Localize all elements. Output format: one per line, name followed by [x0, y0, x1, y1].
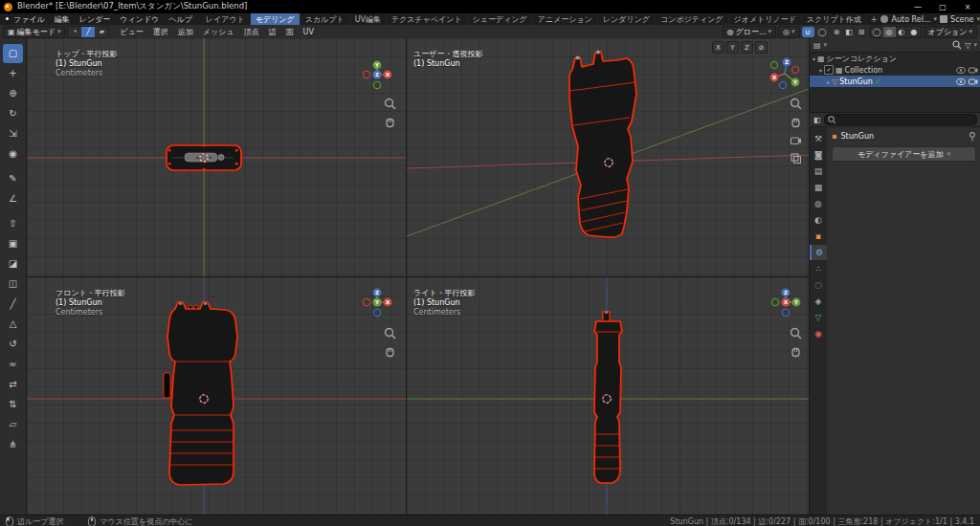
- tab-physics[interactable]: ◌: [810, 277, 827, 293]
- tab-tool[interactable]: ⚒: [810, 131, 827, 146]
- disable-render-camera-icon[interactable]: [969, 66, 978, 74]
- tool-shear[interactable]: ▱: [3, 415, 23, 434]
- navigation-gizmo[interactable]: Z X Y: [360, 285, 394, 319]
- mode-dropdown[interactable]: ▣ 編集モード ▾: [3, 26, 65, 38]
- pan-hand-icon[interactable]: [790, 345, 802, 358]
- menu-item[interactable]: 追加: [173, 27, 198, 37]
- collection-checkbox[interactable]: ✓: [824, 65, 834, 75]
- filter-icon[interactable]: ▽: [965, 41, 970, 50]
- pivot-point-dropdown[interactable]: ◎ ▾: [778, 26, 800, 38]
- tool-knife[interactable]: ╱: [3, 295, 23, 314]
- workspace-tab[interactable]: テクスチャペイント: [387, 13, 468, 25]
- tool-bevel[interactable]: ◪: [3, 254, 23, 274]
- tool-annotate[interactable]: ✎: [3, 169, 23, 188]
- pin-icon[interactable]: [969, 132, 976, 142]
- add-modifier-button[interactable]: モディファイアーを追加 ▾: [832, 146, 976, 162]
- transform-orientation-dropdown[interactable]: ◍ グロー... ▾: [723, 26, 777, 38]
- tab-render[interactable]: ◙: [810, 147, 827, 163]
- shading-rendered-icon[interactable]: ●: [908, 27, 921, 37]
- workspace-tab[interactable]: シェーディング: [468, 13, 533, 25]
- scene-selector[interactable]: Scene: [950, 15, 973, 24]
- menu-item[interactable]: ウィンドウ: [115, 14, 164, 25]
- shading-wireframe-icon[interactable]: ◯: [871, 27, 883, 37]
- navigation-gizmo[interactable]: Y X Z: [360, 57, 394, 92]
- hide-eye-icon[interactable]: [956, 78, 966, 85]
- vertex-select-mode[interactable]: •: [68, 27, 81, 37]
- menu-item[interactable]: メッシュ: [198, 27, 239, 37]
- tool-inset-faces[interactable]: ▣: [3, 234, 23, 253]
- gizmo-toggle-icon[interactable]: ⊕: [831, 27, 843, 37]
- tab-object-data[interactable]: ▽: [810, 310, 827, 325]
- stungun-top-view[interactable]: [167, 144, 241, 170]
- toggle-ortho-icon[interactable]: [790, 152, 802, 164]
- disable-render-camera-icon[interactable]: [969, 77, 978, 85]
- xray-toggle-icon[interactable]: ⊞: [856, 27, 868, 37]
- properties-search[interactable]: [824, 114, 977, 125]
- minimize-button[interactable]: —: [905, 0, 930, 13]
- menu-item[interactable]: ファイル: [9, 14, 50, 25]
- tab-view-layer[interactable]: ▦: [810, 180, 827, 195]
- menu-item[interactable]: レンダー: [75, 14, 116, 25]
- menu-item[interactable]: 辺: [264, 27, 281, 37]
- tool-scale[interactable]: ⇲: [3, 124, 23, 143]
- blender-logo-icon[interactable]: [4, 3, 12, 11]
- workspace-tab[interactable]: ジオメトリノード: [729, 13, 802, 25]
- tab-constraints[interactable]: ◈: [810, 294, 827, 309]
- menu-item[interactable]: 面: [281, 27, 299, 37]
- tool-spin[interactable]: ↺: [3, 335, 23, 354]
- tool-measure[interactable]: ∠: [3, 189, 23, 208]
- tool-edge-slide[interactable]: ⇄: [3, 375, 23, 394]
- search-icon[interactable]: [952, 40, 962, 50]
- zoom-icon[interactable]: [384, 98, 396, 110]
- tab-output[interactable]: ▤: [810, 164, 827, 179]
- workspace-tab[interactable]: スカルプト: [301, 13, 350, 25]
- stungun-perspective-view[interactable]: [569, 51, 636, 238]
- hide-eye-icon[interactable]: [956, 67, 966, 74]
- tool-loop-cut[interactable]: ◫: [3, 274, 23, 294]
- tab-material[interactable]: ◉: [810, 326, 827, 341]
- workspace-tab[interactable]: アニメーション: [533, 13, 598, 25]
- expand-icon[interactable]: ▾: [819, 67, 822, 74]
- viewport-perspective[interactable]: ユーザー・透視投影 (1) StunGun Z X Y: [407, 38, 809, 276]
- overlays-toggle-icon[interactable]: ◧: [843, 27, 856, 37]
- shading-material-icon[interactable]: ◐: [896, 27, 908, 37]
- tool-cursor[interactable]: +: [3, 64, 23, 83]
- mirror-y-toggle[interactable]: Y: [726, 41, 739, 54]
- close-button[interactable]: ×: [955, 0, 980, 13]
- tool-shrink-fatten[interactable]: ⇅: [3, 395, 23, 414]
- edge-select-mode[interactable]: ╱: [81, 27, 95, 37]
- object-name[interactable]: StunGun: [840, 132, 874, 141]
- outliner-row-stungun[interactable]: ▸ ▽ StunGun ✓: [810, 76, 980, 87]
- menu-item[interactable]: 選択: [148, 27, 173, 37]
- navigation-gizmo[interactable]: Z X Y: [767, 55, 803, 92]
- mirror-z-toggle[interactable]: Z: [741, 41, 753, 54]
- workspace-tab[interactable]: モデリング: [251, 13, 301, 25]
- workspace-tab[interactable]: レンダリング: [598, 13, 656, 25]
- snap-off-icon[interactable]: ⊘: [755, 41, 768, 54]
- zoom-icon[interactable]: [384, 327, 396, 340]
- camera-view-icon[interactable]: [790, 134, 802, 146]
- face-select-mode[interactable]: ▰: [95, 27, 108, 37]
- expand-icon[interactable]: ▸: [827, 78, 830, 85]
- properties-editor-icon[interactable]: ◧: [813, 116, 821, 124]
- viewport-top[interactable]: トップ・平行投影 (1) StunGun Centimeters Y X Z: [27, 38, 406, 276]
- maximize-button[interactable]: □: [930, 0, 955, 13]
- options-dropdown[interactable]: オプション ▾: [924, 26, 977, 38]
- tool-move[interactable]: ⊕: [3, 84, 23, 103]
- outliner-row-collection[interactable]: ▾ ✓ ▦ Collection: [810, 64, 980, 76]
- tool-select-box[interactable]: ▢: [3, 44, 23, 63]
- workspace-tab[interactable]: UV編集: [350, 13, 387, 25]
- pan-hand-icon[interactable]: [384, 116, 396, 128]
- tab-scene[interactable]: ◍: [810, 196, 827, 211]
- menu-item[interactable]: 編集: [50, 14, 75, 25]
- zoom-icon[interactable]: [790, 327, 802, 340]
- tool-poly-build[interactable]: △: [3, 315, 23, 334]
- pan-hand-icon[interactable]: [790, 116, 802, 128]
- menu-item[interactable]: UV: [299, 28, 319, 36]
- menu-item[interactable]: 頂点: [239, 27, 264, 37]
- tab-object[interactable]: ▪: [810, 229, 827, 244]
- zoom-icon[interactable]: [790, 98, 802, 110]
- tool-rip-region[interactable]: ⋔: [3, 435, 23, 454]
- stungun-front-view[interactable]: [164, 302, 237, 485]
- pan-hand-icon[interactable]: [384, 345, 396, 358]
